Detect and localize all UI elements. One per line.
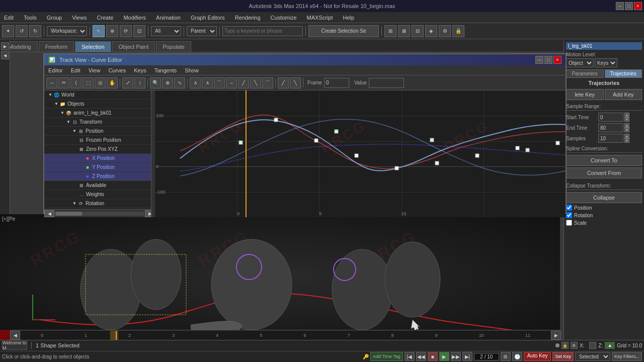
- tb-icon-5[interactable]: ⊠: [398, 25, 410, 37]
- tb-icon-7[interactable]: ◈: [425, 25, 437, 37]
- tv-menu-editor[interactable]: Editor: [46, 67, 65, 74]
- frame-input[interactable]: [324, 78, 349, 88]
- tb-icon-1[interactable]: ✦: [2, 25, 14, 37]
- tv-menu-show[interactable]: Show: [183, 67, 201, 74]
- time-config-btn[interactable]: 🕐: [512, 352, 522, 361]
- tv-btn-4[interactable]: ∿: [174, 77, 185, 88]
- track-objects[interactable]: ▼ 📁 Objects: [44, 100, 154, 109]
- tv-btn-9[interactable]: ╱: [238, 77, 249, 88]
- end-time-up[interactable]: ▲: [624, 123, 629, 128]
- track-frozen-rot[interactable]: ⊟ Frozen Rotati: [44, 208, 154, 209]
- convert-from-btn[interactable]: Convert From: [566, 167, 642, 178]
- prev-key-btn[interactable]: ◀◀: [416, 352, 426, 361]
- close-btn[interactable]: ✕: [634, 2, 642, 10]
- tv-btn-10[interactable]: ╲: [250, 77, 261, 88]
- play-btn[interactable]: ▶: [439, 352, 449, 361]
- next-frame-btn[interactable]: ▶: [551, 331, 561, 340]
- track-zero-pos[interactable]: ⊠ Zero Pos XYZ: [44, 145, 154, 154]
- tab-selection[interactable]: Selection: [75, 41, 111, 52]
- tv-move-keys[interactable]: ↔: [46, 77, 57, 88]
- track-view-title-bar[interactable]: 📊 Track View - Curve Editor ─ □ ✕: [44, 54, 566, 65]
- track-weights[interactable]: … Weights: [44, 190, 154, 199]
- viewport-3d[interactable]: [+][Pe RRCG RRCG RRCG: [0, 214, 560, 340]
- filter-select[interactable]: All: [151, 26, 181, 36]
- scale-btn[interactable]: ⊡: [133, 25, 145, 37]
- menu-graph-editors[interactable]: Graph Editors: [189, 14, 227, 22]
- rp-tab-traj[interactable]: Trajectories: [605, 69, 642, 78]
- tb-icon-9[interactable]: 🔒: [452, 25, 464, 37]
- tab-object-paint[interactable]: Object Paint: [112, 41, 155, 52]
- curve-editor-area[interactable]: 100 0 -100 0 5 10: [155, 90, 566, 217]
- goto-start-btn[interactable]: |◀: [405, 352, 415, 361]
- end-time-input[interactable]: [598, 123, 623, 132]
- menu-animation[interactable]: Animation: [154, 14, 183, 22]
- menu-create[interactable]: Create: [95, 14, 115, 22]
- track-z-pos[interactable]: ■ Z Position: [44, 172, 154, 181]
- timeline-track[interactable]: 0 1 2 3 4 5 6 7 8 9 10 11: [20, 331, 551, 340]
- playback-options-btn[interactable]: ⚙: [501, 352, 511, 361]
- tab-populate[interactable]: Populate: [156, 41, 191, 52]
- set-key-btn[interactable]: Set Key: [552, 352, 574, 361]
- timeline-bar[interactable]: ◀ 0 1 2 3 4 5 6 7 8 9 10 11 ▶: [10, 330, 561, 340]
- tv-menu-curves[interactable]: Curves: [106, 67, 128, 74]
- goto-end-btn[interactable]: ▶|: [462, 352, 472, 361]
- key-type-select[interactable]: Keys: [595, 58, 617, 67]
- delete-key-btn[interactable]: lete Key: [566, 89, 604, 100]
- track-world[interactable]: ▼ 🌐 World: [44, 90, 154, 100]
- end-time-down[interactable]: ▼: [624, 128, 629, 132]
- minimize-btn[interactable]: ─: [616, 2, 624, 10]
- tv-minimize[interactable]: ─: [535, 56, 543, 64]
- lock-icon[interactable]: 🔒: [561, 342, 569, 349]
- add-key-btn[interactable]: Add Key: [605, 89, 642, 100]
- stop-btn[interactable]: ■: [428, 352, 438, 361]
- anim-icon[interactable]: ⚙: [571, 342, 578, 349]
- tv-close[interactable]: ✕: [553, 56, 561, 64]
- tv-rotate[interactable]: ◎: [95, 77, 106, 88]
- tv-btn-12[interactable]: ╱: [278, 77, 289, 88]
- track-y-pos[interactable]: ■ Y Position: [44, 163, 154, 172]
- tb-icon-3[interactable]: ↻: [29, 25, 41, 37]
- tv-menu-tangents[interactable]: Tangents: [152, 67, 179, 74]
- samples-up[interactable]: ▲: [624, 134, 629, 138]
- track-x-pos[interactable]: ■ X Position: [44, 154, 154, 163]
- tb-icon-6[interactable]: ⊟: [412, 25, 424, 37]
- menu-maxscript[interactable]: MAXScript: [305, 14, 335, 22]
- menu-tools[interactable]: Tools: [22, 14, 39, 22]
- coord-btn[interactable]: [589, 342, 596, 349]
- track-rotation[interactable]: ▼ ⟳ Rotation: [44, 199, 154, 208]
- start-time-up[interactable]: ▲: [624, 113, 629, 117]
- select-btn[interactable]: ↖: [93, 25, 105, 37]
- track-position[interactable]: ▼ ⊞ Position: [44, 127, 154, 136]
- tv-btn-13[interactable]: ╲: [290, 77, 301, 88]
- tv-btn-7[interactable]: ⌒: [214, 77, 225, 88]
- create-selection-btn[interactable]: Create Selection Se: [308, 25, 379, 37]
- rp-tab-params[interactable]: Parameters: [566, 69, 604, 78]
- key-filters-btn[interactable]: Key Filters...: [612, 352, 642, 361]
- tv-select[interactable]: ⬚: [83, 77, 94, 88]
- tv-btn-3[interactable]: ⊕: [162, 77, 173, 88]
- start-time-down[interactable]: ▼: [624, 117, 629, 122]
- menu-modifiers[interactable]: Modifiers: [121, 14, 148, 22]
- tv-tangent[interactable]: ⟨: [70, 77, 82, 88]
- selected-dropdown[interactable]: Selected: [575, 352, 610, 361]
- tv-btn-zoom-in[interactable]: 🔍: [150, 77, 161, 88]
- object-type-select[interactable]: Object: [566, 58, 594, 67]
- tv-btn-8[interactable]: ⌣: [226, 77, 237, 88]
- start-time-input[interactable]: [598, 113, 623, 122]
- value-input[interactable]: [369, 78, 404, 88]
- tv-menu-edit[interactable]: Edit: [69, 67, 83, 74]
- add-time-tag-btn[interactable]: Add Time Tag: [370, 352, 403, 361]
- tv-btn-6[interactable]: ∧: [202, 77, 213, 88]
- frame-counter[interactable]: 2 / 10: [474, 353, 499, 360]
- scale-checkbox[interactable]: [566, 220, 572, 226]
- menu-group[interactable]: Group: [45, 14, 64, 22]
- sidebar-btn-2[interactable]: ◀: [1, 51, 9, 59]
- menu-views[interactable]: Views: [70, 14, 89, 22]
- track-list-scrollbar[interactable]: ◀ ▶: [44, 209, 155, 217]
- tb-icon-2[interactable]: ↺: [16, 25, 28, 37]
- menu-customize[interactable]: Customize: [269, 14, 299, 22]
- tb-icon-4[interactable]: ⊞: [384, 25, 396, 37]
- prev-frame-btn[interactable]: ◀: [10, 331, 20, 340]
- scroll-left-btn[interactable]: ◀: [44, 210, 54, 217]
- maximize-btn[interactable]: □: [625, 2, 633, 10]
